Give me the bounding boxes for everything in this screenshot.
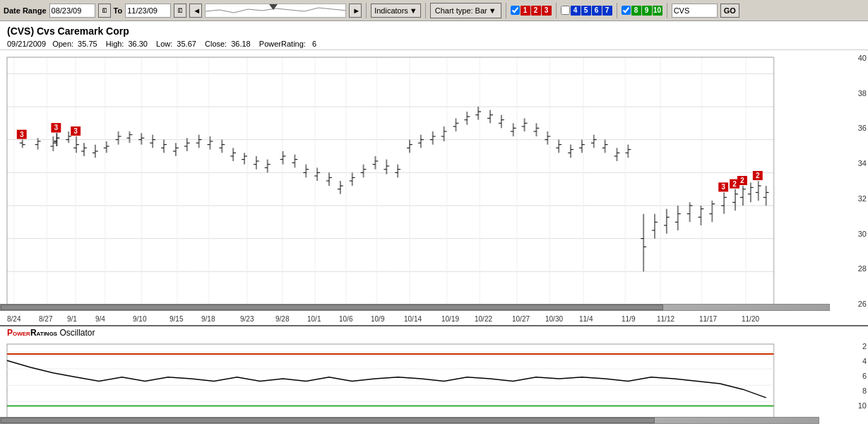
x-label-827: 8/27 [39, 315, 52, 323]
rating-group-3: 8 9 10 [622, 6, 662, 16]
scrollbar-thumb[interactable] [1, 305, 663, 310]
rating-3: 3 [542, 6, 552, 16]
y-label-38: 38 [831, 89, 867, 98]
x-label-1120: 11/20 [742, 315, 759, 323]
separator1 [366, 3, 367, 18]
chart-type-dropdown-icon: ▼ [489, 6, 497, 15]
rating-group-1-checkbox[interactable] [511, 6, 520, 15]
date-to-input[interactable] [125, 4, 171, 18]
osc-scrollbar[interactable] [0, 417, 819, 424]
open-value: 35.75 [78, 40, 97, 48]
chart-scrollbar[interactable] [0, 304, 830, 312]
oscillator-panel: PowerRatings Oscillator 2 4 6 8 10 [0, 325, 868, 424]
rating-6: 6 [592, 6, 602, 16]
osc-y-8: 8 [831, 386, 867, 395]
separator6 [667, 3, 667, 18]
x-label-91: 9/1 [67, 315, 77, 323]
x-label-1117: 11/17 [699, 315, 717, 323]
y-label-28: 28 [831, 264, 867, 273]
x-label-94: 9/4 [95, 315, 105, 323]
indicators-dropdown-icon: ▼ [410, 6, 417, 15]
osc-y-6: 6 [831, 372, 867, 380]
rating-9: 9 [642, 6, 652, 16]
x-axis: 8/24 8/27 9/1 9/4 9/10 9/15 9/18 9/23 9/… [0, 312, 819, 325]
date-from-input[interactable] [49, 4, 95, 18]
y-label-26: 26 [831, 300, 867, 308]
symbol-input[interactable] [672, 4, 718, 18]
x-label-106: 10/6 [339, 315, 352, 323]
separator5 [617, 3, 617, 18]
x-label-1019: 10/19 [441, 315, 459, 323]
y-axis: 40 38 36 34 32 30 28 26 [829, 50, 868, 312]
calendar-from-btn[interactable]: 🗓 [98, 4, 111, 18]
x-label-928: 9/28 [275, 315, 289, 323]
high-label: High: [106, 40, 124, 48]
indicators-btn[interactable]: Indicators ▼ [371, 4, 421, 18]
open-label: Open: [52, 40, 73, 48]
x-label-1014: 10/14 [404, 315, 422, 323]
date-range-label: Date Range [4, 6, 47, 15]
sparkline-area [205, 4, 346, 18]
calendar-to-btn[interactable]: 🗓 [174, 4, 186, 18]
power-value: 6 [312, 40, 316, 48]
indicators-label: Indicators [374, 6, 408, 15]
y-label-34: 34 [831, 159, 867, 167]
close-label: Close: [205, 40, 227, 48]
x-label-824: 8/24 [7, 315, 20, 323]
y-label-36: 36 [831, 124, 867, 132]
rating-group-2: 4 5 6 7 [561, 6, 612, 16]
osc-text: Oscillator [60, 328, 95, 338]
nav-right-btn[interactable]: ► [349, 4, 362, 18]
low-value: 35.67 [177, 40, 196, 48]
chart-canvas [0, 50, 819, 325]
separator4 [556, 3, 557, 18]
x-label-119: 11/9 [622, 315, 635, 323]
oscillator-title: PowerRatings Oscillator [0, 326, 868, 339]
rating-4: 4 [571, 6, 581, 16]
main-chart: 40 38 36 34 32 30 28 26 8/24 8/27 9/1 9/… [0, 49, 868, 325]
nav-left-btn[interactable]: ◄ [189, 4, 202, 18]
rating-5: 5 [581, 6, 591, 16]
osc-scrollbar-track[interactable] [0, 417, 819, 424]
x-label-1112: 11/12 [657, 315, 674, 323]
toolbar: Date Range 🗓 To 🗓 ◄ ► Indicators ▼ Chart… [0, 0, 868, 21]
close-value: 36.18 [231, 40, 251, 48]
to-label: To [114, 6, 123, 15]
rating-group-1: 1 2 3 [511, 6, 552, 16]
separator3 [506, 3, 506, 18]
rating-2: 2 [531, 6, 541, 16]
rating-8: 8 [631, 6, 641, 16]
separator2 [425, 3, 426, 18]
x-label-1027: 10/27 [512, 315, 530, 323]
x-label-923: 9/23 [240, 315, 254, 323]
rating-group-3-checkbox[interactable] [622, 6, 631, 15]
power-text: Power [7, 328, 30, 338]
rating-1: 1 [521, 6, 530, 16]
rating-group-2-checkbox[interactable] [561, 6, 570, 15]
ratings-text: Ratings [30, 328, 57, 338]
chart-title: (CVS) Cvs Caremark Corp [0, 21, 868, 38]
low-label: Low: [156, 40, 172, 48]
go-button[interactable]: GO [720, 4, 739, 18]
x-label-1030: 10/30 [545, 315, 563, 323]
x-label-915: 9/15 [170, 315, 183, 323]
power-label: PowerRating: [259, 40, 306, 48]
chart-info: 09/21/2009 Open:35.75 High:36.30 Low:35.… [0, 38, 868, 49]
chart-date: 09/21/2009 [7, 40, 46, 48]
osc-scrollbar-thumb[interactable] [1, 418, 655, 423]
x-label-910: 9/10 [133, 315, 146, 323]
osc-y-4: 4 [831, 357, 867, 365]
y-label-40: 40 [831, 54, 867, 62]
osc-y-axis: 2 4 6 8 10 [829, 341, 868, 411]
osc-y-10: 10 [831, 401, 867, 410]
scrollbar-track[interactable] [0, 304, 830, 311]
osc-y-2: 2 [831, 342, 867, 350]
y-label-30: 30 [831, 230, 867, 238]
x-label-1022: 10/22 [475, 315, 492, 323]
rating-7: 7 [602, 6, 612, 16]
rating-10: 10 [653, 6, 662, 16]
chart-type-selector[interactable]: Chart type: Bar ▼ [430, 3, 501, 18]
oscillator-canvas [0, 341, 819, 424]
x-label-918: 9/18 [201, 315, 215, 323]
y-label-32: 32 [831, 194, 867, 203]
